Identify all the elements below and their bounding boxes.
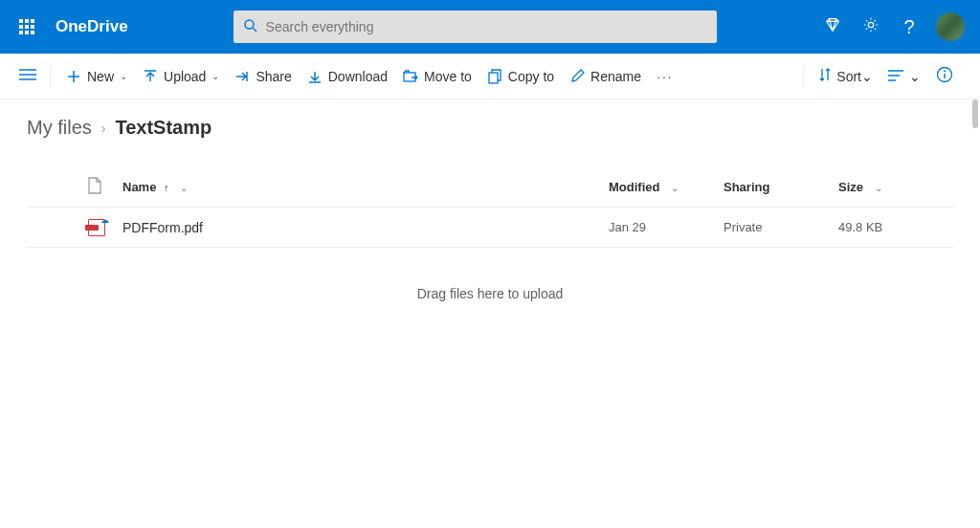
chevron-down-icon: ⌄	[212, 71, 219, 81]
info-icon	[936, 66, 953, 86]
plus-icon	[66, 69, 81, 84]
chevron-down-icon: ⌄	[180, 183, 188, 193]
separator	[50, 65, 51, 88]
moveto-label: Move to	[424, 69, 472, 84]
svg-rect-9	[489, 73, 498, 83]
upload-label: Upload	[164, 69, 206, 84]
download-icon	[307, 69, 323, 84]
diamond-icon	[824, 16, 841, 38]
list-view-icon	[888, 69, 903, 84]
file-name-cell[interactable]: PDFForm.pdf	[122, 220, 609, 235]
separator	[803, 65, 804, 88]
main-content: My files › TextStamp Name ↑ ⌄ Modified ⌄…	[0, 99, 980, 528]
chevron-down-icon: ⌄	[861, 69, 873, 84]
chevron-down-icon: ⌄	[120, 71, 127, 81]
share-label: Share	[256, 69, 291, 84]
sort-button[interactable]: Sort ⌄	[812, 68, 880, 84]
details-pane-button[interactable]	[928, 66, 967, 86]
column-header-size[interactable]: Size ⌄	[838, 180, 953, 194]
file-modified-cell: Jan 29	[609, 220, 724, 234]
gear-icon	[862, 16, 880, 38]
moveto-button[interactable]: Move to	[395, 61, 479, 92]
share-button[interactable]: Share	[227, 61, 299, 92]
svg-point-2	[868, 22, 873, 27]
cloud-sync-icon: ☁	[100, 215, 109, 225]
breadcrumb-root[interactable]: My files	[27, 117, 92, 139]
sort-label: Sort	[836, 69, 861, 84]
table-row[interactable]: ☁ PDFForm.pdf Jan 29 Private 49.8 KB	[27, 208, 953, 248]
upload-button[interactable]: Upload ⌄	[135, 61, 227, 92]
rename-button[interactable]: Rename	[562, 61, 649, 92]
chevron-down-icon: ⌄	[671, 183, 679, 193]
svg-point-0	[245, 20, 254, 29]
rename-icon	[569, 69, 585, 84]
sort-asc-icon: ↑	[164, 182, 169, 193]
help-icon: ?	[903, 16, 914, 38]
svg-point-14	[944, 71, 946, 73]
more-commands-button[interactable]: ···	[649, 69, 681, 84]
file-sharing-cell: Private	[724, 220, 838, 234]
new-label: New	[87, 69, 114, 84]
drop-hint: Drag files here to upload	[27, 286, 953, 301]
copyto-icon	[487, 69, 502, 84]
waffle-icon	[19, 19, 34, 34]
pdf-file-icon: ☁	[88, 219, 105, 236]
new-button[interactable]: New ⌄	[58, 61, 135, 92]
breadcrumb-current: TextStamp	[115, 117, 212, 139]
rename-label: Rename	[590, 69, 641, 84]
upload-icon	[143, 69, 158, 84]
account-avatar[interactable]	[936, 12, 965, 41]
chevron-down-icon: ⌄	[875, 183, 882, 193]
copyto-button[interactable]: Copy to	[479, 61, 562, 92]
file-size-cell: 49.8 KB	[838, 220, 953, 234]
column-header-sharing[interactable]: Sharing	[724, 180, 838, 194]
share-icon	[234, 69, 250, 84]
download-label: Download	[328, 69, 388, 84]
file-table: Name ↑ ⌄ Modified ⌄ Sharing Size ⌄ ☁	[27, 167, 953, 248]
search-icon	[243, 18, 258, 36]
settings-button[interactable]	[852, 8, 890, 46]
top-header: OneDrive ?	[0, 0, 980, 54]
table-header: Name ↑ ⌄ Modified ⌄ Sharing Size ⌄	[27, 167, 953, 208]
search-input[interactable]	[266, 19, 707, 34]
help-button[interactable]: ?	[890, 8, 928, 46]
svg-line-1	[253, 28, 256, 32]
nav-toggle-button[interactable]	[13, 66, 42, 86]
breadcrumb: My files › TextStamp	[27, 117, 953, 139]
sort-icon	[819, 68, 831, 84]
premium-button[interactable]	[813, 8, 852, 46]
scrollbar-thumb[interactable]	[972, 99, 978, 128]
column-header-name[interactable]: Name ↑ ⌄	[122, 180, 609, 194]
view-options-button[interactable]: ⌄	[880, 69, 928, 84]
search-box[interactable]	[234, 11, 717, 43]
column-header-modified[interactable]: Modified ⌄	[609, 180, 724, 194]
download-button[interactable]: Download	[300, 61, 395, 92]
chevron-down-icon: ⌄	[909, 69, 921, 84]
moveto-icon	[403, 69, 418, 84]
command-bar: New ⌄ Upload ⌄ Share Download Move to Co…	[0, 54, 980, 99]
app-launcher-button[interactable]	[8, 8, 46, 46]
filetype-header-icon	[88, 177, 101, 197]
brand-link[interactable]: OneDrive	[56, 17, 128, 36]
chevron-right-icon: ›	[101, 121, 106, 136]
copyto-label: Copy to	[508, 69, 554, 84]
